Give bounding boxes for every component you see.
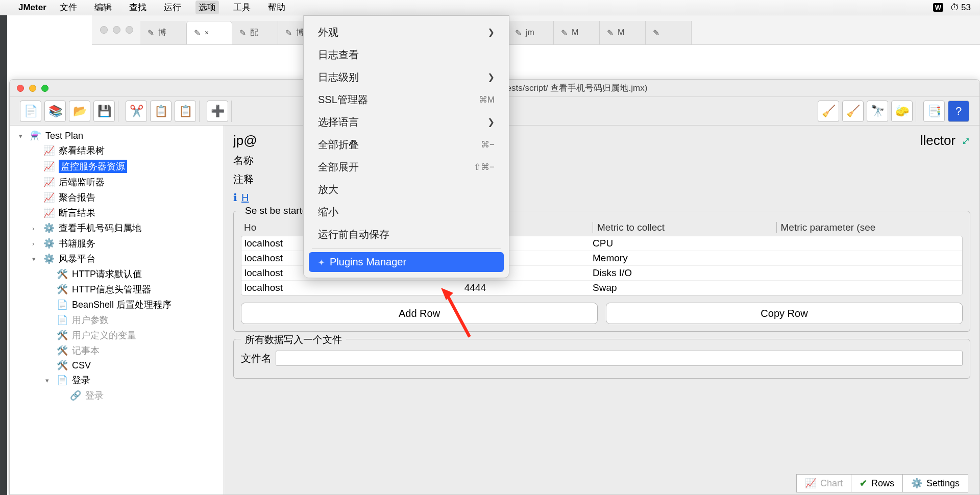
wrench-icon: 🛠️ xyxy=(57,330,68,341)
window-traffic-lights[interactable] xyxy=(100,26,133,34)
menu-edit[interactable]: 编辑 xyxy=(91,1,115,14)
tree-node[interactable]: 🛠️CSV xyxy=(36,358,224,373)
dd-zoom-in[interactable]: 放大 xyxy=(309,179,504,201)
name-label: 名称 xyxy=(233,154,254,167)
help-button[interactable]: ? xyxy=(948,101,969,122)
menu-tools[interactable]: 工具 xyxy=(230,1,254,14)
tree-node-disabled[interactable]: 📄用户参数 xyxy=(36,312,224,328)
menu-file[interactable]: 文件 xyxy=(57,1,80,14)
tree-label: Test Plan xyxy=(45,131,83,141)
cell-metric: CPU xyxy=(593,238,776,249)
tree-node-selected[interactable]: 📈监控服务器资源 xyxy=(23,158,224,175)
dd-language[interactable]: 选择语言❯ xyxy=(309,111,504,133)
dd-autosave[interactable]: 运行前自动保存 xyxy=(309,224,504,245)
tree-label: 查看手机号码归属地 xyxy=(59,222,141,234)
tree-label: 断言结果 xyxy=(59,207,95,219)
gear-icon: ⚙️ xyxy=(911,478,922,489)
window-min-dot[interactable] xyxy=(113,26,120,34)
rows-toggle[interactable]: ✔Rows xyxy=(851,474,903,492)
add-row-button[interactable]: Add Row xyxy=(241,303,598,324)
dd-appearance[interactable]: 外观❯ xyxy=(309,21,504,43)
settings-toggle[interactable]: ⚙️Settings xyxy=(903,474,968,492)
filename-input[interactable] xyxy=(276,351,963,366)
browser-tab[interactable]: ✎ xyxy=(646,21,692,44)
mac-menubar: JMeter 文件 编辑 查找 运行 选项 工具 帮助 W ⏱ 53 xyxy=(0,0,980,15)
function-helper-button[interactable]: 📑 xyxy=(923,101,945,122)
copy-row-button[interactable]: Copy Row xyxy=(606,303,963,324)
menu-run[interactable]: 运行 xyxy=(161,1,184,14)
table-row[interactable]: localhost 4444 Swap xyxy=(241,281,962,295)
battery-text: 53 xyxy=(961,3,971,13)
window-controls[interactable] xyxy=(17,85,48,92)
menu-help[interactable]: 帮助 xyxy=(265,1,288,14)
tree-node[interactable]: ›⚙️书籍服务 xyxy=(23,236,224,251)
dd-plugins-manager[interactable]: ✦Plugins Manager xyxy=(309,252,504,272)
tree-node[interactable]: ▾📄登录 xyxy=(36,373,224,388)
options-dropdown[interactable]: 外观❯ 日志查看 日志级别❯ SSL管理器⌘M 选择语言❯ 全部折叠⌘− 全部展… xyxy=(303,15,509,278)
chart-icon: 📈 xyxy=(43,207,55,218)
col-param: Metric parameter (see xyxy=(776,222,960,233)
tree-node[interactable]: ▾⚙️风暴平台 xyxy=(23,251,224,266)
dd-log-level[interactable]: 日志级别❯ xyxy=(309,66,504,88)
window-close-dot[interactable] xyxy=(100,26,108,34)
open-button[interactable]: 📂 xyxy=(69,101,90,122)
tree-label: BeanShell 后置处理程序 xyxy=(72,299,172,311)
tree-node[interactable]: 📈察看结果树 xyxy=(23,143,224,158)
tree-node-disabled[interactable]: 🛠️用户定义的变量 xyxy=(36,328,224,343)
search-button[interactable]: 🔭 xyxy=(867,101,888,122)
clear2-button[interactable]: 🧹 xyxy=(842,101,864,122)
zoom-dot[interactable] xyxy=(41,85,48,92)
window-max-dot[interactable] xyxy=(126,26,133,34)
copy-button[interactable]: 📋 xyxy=(150,101,172,122)
wps-tray-icon[interactable]: W xyxy=(933,3,943,12)
dd-separator xyxy=(312,249,501,249)
dd-expand-all[interactable]: 全部展开⇧⌘− xyxy=(309,156,504,178)
dd-ssl-manager[interactable]: SSL管理器⌘M xyxy=(309,89,504,111)
chart-icon: 📈 xyxy=(43,145,55,156)
paste-button[interactable]: 📋 xyxy=(175,101,196,122)
dd-label: 外观 xyxy=(318,26,338,39)
tree-root[interactable]: ▾⚗️ Test Plan xyxy=(10,129,224,143)
test-plan-tree[interactable]: ▾⚗️ Test Plan 📈察看结果树 📈监控服务器资源 📈后端监听器 📈聚合… xyxy=(10,126,224,494)
chart-toggle[interactable]: 📈Chart xyxy=(796,474,851,492)
browser-tab[interactable]: ✎M xyxy=(600,21,646,44)
dd-log-view[interactable]: 日志查看 xyxy=(309,44,504,66)
browser-tab[interactable]: ✎博 xyxy=(140,21,186,44)
close-dot[interactable] xyxy=(17,85,24,92)
dd-zoom-out[interactable]: 缩小 xyxy=(309,201,504,223)
tree-label: CSV xyxy=(72,360,91,371)
tree-node[interactable]: 📈后端监听器 xyxy=(23,175,224,190)
clear1-button[interactable]: 🧹 xyxy=(818,101,839,122)
new-button[interactable]: 📄 xyxy=(20,101,41,122)
minimize-dot[interactable] xyxy=(29,85,36,92)
help-link[interactable]: H xyxy=(241,192,249,204)
menu-search[interactable]: 查找 xyxy=(126,1,150,14)
tree-node[interactable]: 📈聚合报告 xyxy=(23,190,224,205)
page-icon: ✎ xyxy=(653,28,659,38)
browser-tab[interactable]: ✎配 xyxy=(232,21,278,44)
battery-status[interactable]: ⏱ 53 xyxy=(950,3,971,13)
tree-node-disabled[interactable]: 🛠️记事本 xyxy=(36,343,224,358)
cut-button[interactable]: ✂️ xyxy=(126,101,147,122)
tree-node[interactable]: ›⚙️查看手机号码归属地 xyxy=(23,220,224,236)
cell-host: localhost xyxy=(244,282,464,293)
clear-all-button[interactable]: 🧽 xyxy=(891,101,913,122)
tree-node-disabled[interactable]: 🔗登录 xyxy=(50,388,224,403)
save-button[interactable]: 💾 xyxy=(93,101,115,122)
chart-icon: 📈 xyxy=(805,478,816,489)
tree-node[interactable]: 🛠️HTTP信息头管理器 xyxy=(36,282,224,297)
templates-button[interactable]: 📚 xyxy=(44,101,66,122)
dd-collapse-all[interactable]: 全部折叠⌘− xyxy=(309,134,504,156)
expand-button[interactable]: ➕ xyxy=(207,101,228,122)
menu-options[interactable]: 选项 xyxy=(195,1,219,14)
browser-tab-active[interactable]: ✎× xyxy=(186,21,232,44)
info-icon[interactable]: ℹ xyxy=(233,191,237,204)
tree-node[interactable]: 📄BeanShell 后置处理程序 xyxy=(36,297,224,312)
browser-tab[interactable]: ✎M xyxy=(554,21,600,44)
browser-tab[interactable]: ✎jm xyxy=(508,21,554,44)
tree-node[interactable]: 🛠️HTTP请求默认值 xyxy=(36,266,224,282)
tree-node[interactable]: 📈断言结果 xyxy=(23,205,224,220)
close-icon[interactable]: × xyxy=(205,29,209,37)
chevron-right-icon: ❯ xyxy=(487,72,495,83)
expand-icon[interactable]: ⤢ xyxy=(962,135,970,147)
